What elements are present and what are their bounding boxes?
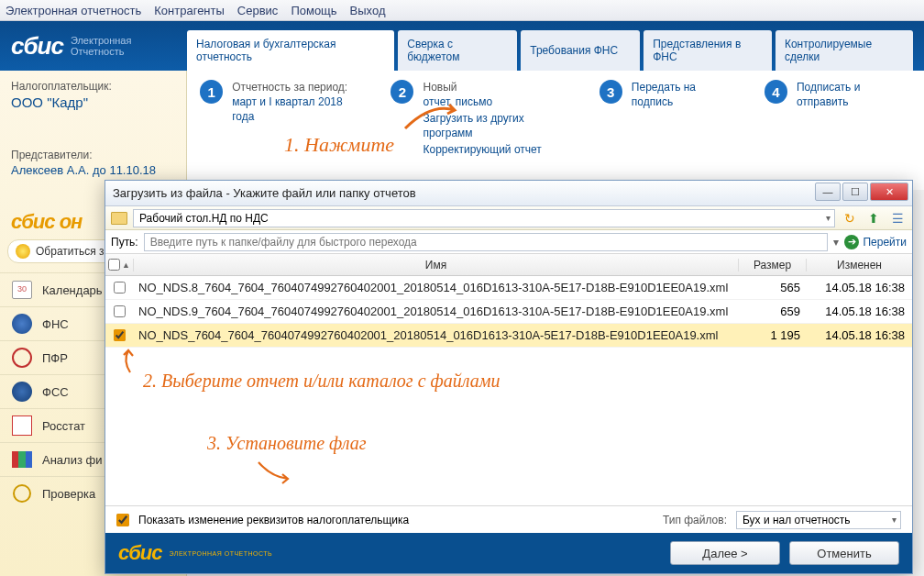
file-row[interactable]: NO_NDS.8_7604_7604_7604074992760402001_2… xyxy=(105,276,912,300)
row-checkbox[interactable] xyxy=(114,305,126,317)
cancel-button[interactable]: Отменить xyxy=(789,541,899,565)
step-title: Отчетность за период: xyxy=(232,81,347,94)
dialog-title: Загрузить из файла - Укажите файл или па… xyxy=(113,186,416,200)
file-row[interactable]: NO_NDS_7604_7604_7604074992760402001_201… xyxy=(105,324,912,348)
sign-send-link[interactable]: Подписать и отправить xyxy=(797,80,911,109)
file-modified: 14.05.18 16:38 xyxy=(806,328,912,342)
close-button[interactable]: ✕ xyxy=(870,183,908,201)
logo: сбис Электронная Отчетность xyxy=(11,32,187,61)
support-label: Обратиться з xyxy=(36,245,104,258)
col-modified[interactable]: Изменен xyxy=(806,259,912,271)
show-changes-label: Показать изменение реквизитов налогоплат… xyxy=(138,514,409,526)
annotation-1: 1. Нажмите xyxy=(284,133,394,157)
step-number-icon: 1 xyxy=(200,80,223,104)
sort-arrow-icon[interactable]: ▲ xyxy=(122,260,130,270)
sidebar-item-label: ФНС xyxy=(42,317,69,331)
annotation-3: 3. Установите флаг xyxy=(207,433,366,454)
file-name: NO_NDS.9_7604_7604_7604074992760402001_2… xyxy=(133,305,738,318)
file-grid-header: ▲ Имя Размер Изменен xyxy=(105,254,912,276)
send-to-sign-link[interactable]: Передать на подпись xyxy=(632,80,737,109)
menu-item[interactable]: Сервис xyxy=(237,4,279,17)
step-number-icon: 3 xyxy=(600,80,622,104)
maximize-button[interactable]: ☐ xyxy=(842,183,868,201)
path-input[interactable] xyxy=(144,233,829,251)
file-name: NO_NDS.8_7604_7604_7604074992760402001_2… xyxy=(133,281,738,294)
filetype-select[interactable]: Бух и нал отчетность xyxy=(736,511,901,529)
tab-budget-reconcile[interactable]: Сверка с бюджетом xyxy=(398,30,517,71)
arrow-icon xyxy=(403,101,458,138)
pfr-icon xyxy=(12,348,32,368)
dialog-title-bar[interactable]: Загрузить из файла - Укажите файл или па… xyxy=(105,181,912,206)
workflow-step-3: 3 Передать на подпись xyxy=(600,80,737,159)
taxpayer-block: Налогоплательщик: ООО "Кадр" xyxy=(0,71,186,116)
menu-item[interactable]: Выход xyxy=(350,4,386,17)
dialog-footer-options: Показать изменение реквизитов налогоплат… xyxy=(105,505,912,533)
logo-text: сбис xyxy=(11,32,63,61)
file-size: 565 xyxy=(738,281,806,294)
chart-icon xyxy=(12,451,32,468)
filetype-value: Бух и нал отчетность xyxy=(742,514,851,526)
sidebar-item-label: Проверка xyxy=(42,487,95,501)
folder-icon xyxy=(111,212,127,225)
file-row[interactable]: NO_NDS.9_7604_7604_7604074992760402001_2… xyxy=(105,300,912,324)
sidebar-item-label: ПФР xyxy=(42,351,68,365)
tab-fns-submissions[interactable]: Представления в ФНС xyxy=(644,30,772,71)
tab-controlled-deals[interactable]: Контролируемые сделки xyxy=(776,30,913,71)
taxpayer-org[interactable]: ООО "Кадр" xyxy=(11,94,175,110)
go-button[interactable]: ➔Перейти xyxy=(844,235,907,249)
up-folder-icon[interactable]: ⬆ xyxy=(864,209,883,227)
correcting-report-link[interactable]: Корректирующий отчет xyxy=(423,142,571,157)
menu-item[interactable]: Контрагенты xyxy=(154,4,225,17)
next-button[interactable]: Далее > xyxy=(670,541,780,565)
period-link[interactable]: март и I квартал 2018 года xyxy=(232,94,363,124)
step-title: Новый xyxy=(423,81,456,94)
workflow-pane: 1 Отчетность за период: март и I квартал… xyxy=(187,71,924,190)
view-icon[interactable]: ☰ xyxy=(888,209,907,227)
fns-icon xyxy=(12,314,32,334)
folder-combo[interactable]: Рабочий стол.НД по НДС xyxy=(133,209,835,227)
file-size: 659 xyxy=(738,305,806,318)
logo-subtitle: Отчетность xyxy=(71,46,132,57)
minimize-button[interactable]: — xyxy=(815,183,841,201)
representative-link[interactable]: Алексеев А.А. до 11.10.18 xyxy=(11,163,175,177)
row-checkbox[interactable] xyxy=(114,329,126,341)
breadcrumb-text: Рабочий стол.НД по НДС xyxy=(139,212,269,225)
show-changes-checkbox[interactable] xyxy=(116,514,129,526)
representatives-block: Представители: Алексеев А.А. до 11.10.18 xyxy=(0,143,186,183)
breadcrumb-row: Рабочий стол.НД по НДС ↻ ⬆ ☰ xyxy=(105,206,912,230)
path-row: Путь: ▾ ➔Перейти xyxy=(105,230,912,254)
app-header: сбис Электронная Отчетность Налоговая и … xyxy=(0,21,924,71)
go-label: Перейти xyxy=(863,236,907,249)
arrow-icon xyxy=(117,347,145,374)
filetype-label: Тип файлов: xyxy=(663,514,727,526)
workflow-step-4: 4 Подписать и отправить xyxy=(764,80,911,159)
file-size: 1 195 xyxy=(738,328,806,342)
refresh-icon[interactable]: ↻ xyxy=(841,209,859,227)
tab-tax-accounting[interactable]: Налоговая и бухгалтерская отчетность xyxy=(187,30,394,71)
row-checkbox[interactable] xyxy=(114,282,126,294)
calendar-icon: 30 xyxy=(12,281,32,299)
taxpayer-label: Налогоплательщик: xyxy=(11,80,175,93)
dialog-bottom-bar: сбис ЭЛЕКТРОННАЯ ОТЧЕТНОСТЬ Далее > Отме… xyxy=(105,533,912,573)
arrow-icon xyxy=(255,459,292,486)
annotation-2: 2. Выберите отчет и/или каталог с файлам… xyxy=(143,371,500,392)
sidebar-item-label: ФСС xyxy=(42,385,69,399)
path-label: Путь: xyxy=(111,236,138,249)
menu-bar: Электронная отчетность Контрагенты Серви… xyxy=(0,0,924,21)
rosstat-icon xyxy=(12,415,32,436)
select-all-checkbox[interactable] xyxy=(108,259,120,271)
main-tabs: Налоговая и бухгалтерская отчетность Све… xyxy=(187,21,913,71)
col-name[interactable]: Имя xyxy=(133,259,738,271)
go-icon: ➔ xyxy=(844,235,859,249)
step-number-icon: 4 xyxy=(764,80,787,104)
magnifier-icon xyxy=(13,484,31,503)
fss-icon xyxy=(12,382,32,402)
reps-label: Представители: xyxy=(11,149,175,161)
bottom-logo-sub: ЭЛЕКТРОННАЯ ОТЧЕТНОСТЬ xyxy=(170,550,273,557)
tab-fns-requirements[interactable]: Требования ФНС xyxy=(521,30,640,71)
sidebar-item-label: Росстат xyxy=(42,419,85,433)
menu-item[interactable]: Помощь xyxy=(291,4,336,17)
col-size[interactable]: Размер xyxy=(738,259,806,271)
menu-item[interactable]: Электронная отчетность xyxy=(6,4,141,17)
logo-subtitle: Электронная xyxy=(71,35,132,46)
